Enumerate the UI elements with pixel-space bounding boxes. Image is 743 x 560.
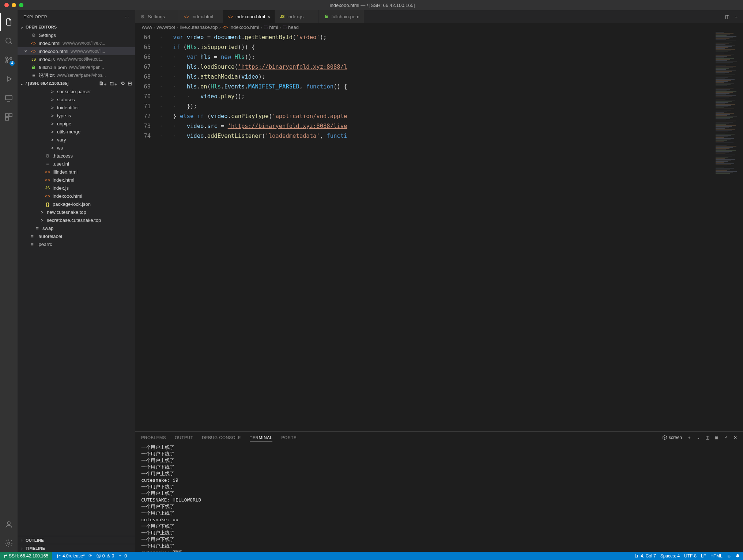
tree-folder[interactable]: >utils-merge (18, 128, 135, 136)
html-icon: <> (31, 40, 37, 46)
status-feedback[interactable]: ☺ (727, 553, 731, 559)
tree-folder[interactable]: >statuses (18, 95, 135, 103)
close-window-button[interactable] (4, 3, 9, 7)
breadcrumb-segment[interactable]: head (288, 24, 299, 30)
status-encoding[interactable]: UTF-8 (684, 553, 697, 559)
status-ports[interactable]: ᯤ0 (118, 553, 127, 559)
new-file-icon[interactable]: 🗎₊ (99, 80, 106, 86)
sync-icon[interactable]: ⟳ (88, 553, 92, 559)
breadcrumb-segment[interactable]: indexooo.html (230, 24, 259, 30)
panel-tab-debug-console[interactable]: DEBUG CONSOLE (202, 434, 241, 442)
open-editor-item[interactable]: ×⚙Settings (18, 31, 135, 39)
split-editor-icon[interactable]: ◫ (725, 14, 729, 19)
status-problems[interactable]: ⓧ0 ⚠0 (97, 553, 114, 559)
open-editor-item[interactable]: ×🔒︎fullchain.pemwww/server/pan... (18, 63, 135, 71)
code-editor[interactable]: · var video = document.getElementById('v… (159, 31, 714, 431)
breadcrumb-segment[interactable]: live.cutesnake.top (180, 24, 218, 30)
tree-file[interactable]: ≡.user.ini (18, 160, 135, 168)
activity-explorer[interactable] (0, 13, 18, 31)
workspace-section[interactable]: ⌄ / [SSH: 66.42.100.165] 🗎₊ 🗀₊ ⟲ ⊟ (18, 79, 135, 87)
breadcrumb-segment[interactable]: www (142, 24, 152, 30)
html-icon: <> (227, 14, 233, 20)
activity-extensions[interactable] (0, 108, 18, 126)
status-indent[interactable]: Spaces: 4 (660, 553, 680, 559)
tree-item-label: utils-merge (57, 129, 80, 135)
editor-tab[interactable]: JSindex.js (275, 10, 319, 23)
breadcrumb[interactable]: www › wwwroot › live.cutesnake.top ›<> i… (135, 23, 743, 31)
tree-file[interactable]: ≡.pearrc (18, 240, 135, 248)
timeline-section[interactable]: › TIMELINE (18, 544, 135, 552)
breadcrumb-segment[interactable]: wwwroot (157, 24, 176, 30)
explorer-more-icon[interactable]: ··· (125, 15, 129, 19)
tree-file[interactable]: JSindex.js (18, 184, 135, 192)
activity-account[interactable] (0, 515, 18, 533)
status-branch[interactable]: 4.0release* ⟳ (56, 553, 92, 559)
activity-scm[interactable]: 4 (0, 51, 18, 69)
panel-tab-problems[interactable]: PROBLEMS (141, 434, 166, 442)
tree-file[interactable]: ≡.autorelabel (18, 232, 135, 240)
status-eol[interactable]: LF (701, 553, 706, 559)
status-notifications[interactable]: 🔔︎ (736, 553, 740, 559)
status-lang[interactable]: HTML (710, 553, 723, 559)
open-editor-item[interactable]: ×≡说明.txtwww/server/panel/vhos... (18, 71, 135, 79)
tree-file[interactable]: ≡swap (18, 224, 135, 232)
editor-region: ⚙Settings<>index.html<>indexooo.html×JSi… (135, 10, 743, 552)
more-actions-icon[interactable]: ··· (735, 14, 739, 19)
file-tree: >socket.io-parser>statuses>toidentifier>… (18, 87, 135, 536)
editor-tab[interactable]: <>indexooo.html× (223, 10, 275, 23)
tree-folder[interactable]: >toidentifier (18, 103, 135, 111)
terminal-dropdown-icon[interactable]: ⌄ (697, 435, 700, 440)
new-folder-icon[interactable]: 🗀₊ (109, 80, 117, 86)
editor-tab[interactable]: <>index.html (179, 10, 223, 23)
tree-folder[interactable]: >socket.io-parser (18, 87, 135, 95)
close-icon[interactable]: × (267, 14, 270, 20)
new-terminal-icon[interactable]: ＋ (687, 435, 691, 440)
tree-file[interactable]: {}package-lock.json (18, 200, 135, 208)
panel-tab-output[interactable]: OUTPUT (175, 434, 193, 442)
collapse-all-icon[interactable]: ⊟ (128, 80, 132, 86)
panel-tab-ports[interactable]: PORTS (281, 434, 297, 442)
open-editors-section[interactable]: ⌄ OPEN EDITORS (18, 23, 135, 31)
tree-folder[interactable]: >unpipe (18, 120, 135, 128)
js-icon: JS (31, 56, 37, 62)
maximize-panel-icon[interactable]: ＾ (724, 435, 728, 440)
close-icon[interactable]: × (23, 48, 29, 54)
close-panel-icon[interactable]: ✕ (733, 435, 737, 440)
refresh-icon[interactable]: ⟲ (120, 80, 125, 86)
tree-folder[interactable]: >new.cutesnake.top (18, 208, 135, 216)
tree-folder[interactable]: >type-is (18, 111, 135, 120)
tree-file[interactable]: ⚙.htaccess (18, 152, 135, 160)
tree-file[interactable]: <>iiiindex.html (18, 168, 135, 176)
outline-section[interactable]: › OUTLINE (18, 536, 135, 544)
tree-folder[interactable]: >vary (18, 136, 135, 144)
remote-icon (4, 94, 13, 102)
minimize-window-button[interactable] (12, 3, 16, 7)
editor-tab[interactable]: ⚙Settings (135, 10, 179, 23)
minimap[interactable] (714, 31, 743, 431)
activity-debug[interactable] (0, 70, 18, 88)
tree-file[interactable]: <>index.html (18, 176, 135, 184)
tree-folder[interactable]: >ws (18, 144, 135, 152)
terminal-output[interactable]: 一个用户上线了一个用户下线了一个用户上线了一个用户下线了一个用户上线了cutes… (135, 443, 743, 552)
split-terminal-icon[interactable]: ◫ (705, 435, 709, 440)
maximize-window-button[interactable] (19, 3, 23, 7)
editor-tab[interactable]: 🔒︎fullchain.pem (319, 10, 364, 23)
status-remote[interactable]: ⇄ SSH: 66.42.100.165 (0, 552, 52, 560)
tree-item-label: iiiindex.html (53, 169, 78, 175)
breadcrumb-segment[interactable]: html (269, 24, 278, 30)
terminal-profile[interactable]: screen (662, 435, 682, 440)
tree-folder[interactable]: >secretbase.cutesnake.top (18, 216, 135, 224)
kill-terminal-icon[interactable]: 🗑 (714, 435, 719, 440)
open-editor-item[interactable]: ×<>index.htmlwww/wwwroot/live.c... (18, 39, 135, 47)
tree-item-label: socket.io-parser (57, 89, 91, 94)
status-cursor[interactable]: Ln 4, Col 7 (635, 553, 656, 559)
activity-settings[interactable] (0, 534, 18, 552)
activity-remote[interactable] (0, 89, 18, 107)
window-controls (0, 3, 23, 7)
open-editor-item[interactable]: ×JSindex.jswww/wwwroot/live.cut... (18, 55, 135, 63)
panel-tab-terminal[interactable]: TERMINAL (250, 434, 272, 442)
open-editor-item[interactable]: ×<>indexooo.htmlwww/wwwroot/li... (18, 47, 135, 55)
window-title: indexooo.html — / [SSH: 66.42.100.165] (23, 3, 721, 8)
activity-search[interactable] (0, 32, 18, 50)
tree-file[interactable]: <>indexooo.html (18, 192, 135, 200)
